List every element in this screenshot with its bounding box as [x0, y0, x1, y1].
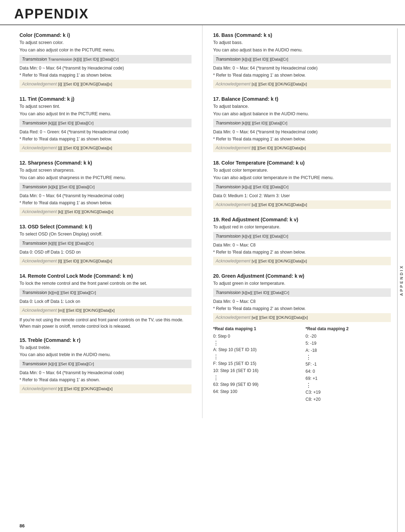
- section-19: 19. Red Adjustment (Command: k v) To adj…: [213, 217, 391, 265]
- section-18-data: Data 0: Medium 1: Cool 2: Warm 3: User: [213, 193, 391, 199]
- section-14-extra: If you're not using the remote control a…: [20, 317, 192, 329]
- section-20-note: * Refer to 'Real data mapping 2' as show…: [213, 305, 391, 312]
- section-18-ack: Acknowledgement [u][ ][Set ID][ ][OK/NG]…: [213, 200, 391, 209]
- section-17-data: Data Min: 0 ~ Max: 64 (*transmit by Hexa…: [213, 129, 391, 135]
- section-20: 20. Green Adjustment (Command: k w) To a…: [213, 273, 391, 403]
- section-16: 16. Bass (Command: k s) To adjust bass. …: [213, 32, 391, 88]
- section-10-desc2: You can also adjust color in the PICTURE…: [20, 47, 192, 54]
- section-16-desc1: To adjust bass.: [213, 39, 391, 46]
- left-column: Color (Command: k i) To adjust screen co…: [0, 25, 202, 418]
- section-15-transmission: Transmission [k][r][ ][Set ID][ ][Data][…: [20, 360, 192, 368]
- section-16-desc2: You can also adjust bass in the AUDIO me…: [213, 47, 391, 54]
- page-number: 86: [20, 523, 24, 528]
- section-18: 18. Color Temperature (Command: k u) To …: [213, 160, 391, 209]
- mapping-col2: *Real data mapping 2 0: -20 5: -19 A: -1…: [306, 326, 391, 404]
- section-20-ack: Acknowledgement [w][ ][Set ID][ ][OK/NG]…: [213, 313, 391, 322]
- section-10-title: Color (Command: k i): [20, 32, 192, 38]
- mapping-col1-title: *Real data mapping 1: [213, 326, 299, 332]
- page-title: APPENDIX: [14, 6, 89, 21]
- section-11-desc1: To adjust screen tint.: [20, 103, 192, 110]
- section-19-desc1: To adjust red in color temperature.: [213, 224, 391, 231]
- section-15-ack: Acknowledgement [r][ ][Set ID][ ][OK/NG]…: [20, 384, 192, 393]
- section-15-desc1: To adjust treble.: [20, 344, 192, 351]
- section-20-desc1: To adjust green in color temperature.: [213, 280, 391, 287]
- section-14-desc1: To lock the remote control and the front…: [20, 280, 192, 287]
- section-13-ack: Acknowledgement [l][ ][Set ID][ ][OK/NG]…: [20, 257, 192, 265]
- section-12-transmission: Transmission [k][k][ ][Set ID][ ][Data][…: [20, 183, 192, 191]
- mapping-col1: *Real data mapping 1 0: Step 0 ⋮ A: Step…: [213, 326, 299, 404]
- section-12-note: * Refer to 'Real data mapping 1' as show…: [20, 200, 192, 206]
- section-19-ack: Acknowledgement [v][ ][Set ID][ ][OK/NG]…: [213, 257, 391, 265]
- section-11-note: * Refer to 'Real data mapping 1' as show…: [20, 136, 192, 142]
- section-10-ack: Acknowledgement [i][ ][Set ID][ ][OK/NG]…: [20, 80, 192, 88]
- section-13-data: Data 0: OSD off Data 1: OSD on: [20, 249, 192, 255]
- section-15-desc2: You can also adjust treble in the AUDIO …: [20, 351, 192, 358]
- section-15: 15. Treble (Command: k r) To adjust treb…: [20, 337, 192, 393]
- section-18-transmission: Transmission [k][u][ ][Set ID][ ][Data][…: [213, 183, 391, 191]
- section-16-note: * Refer to 'Real data mapping 1' as show…: [213, 72, 391, 78]
- section-12-data: Data Min: 0 ~ Max: 64 (*transmit by Hexa…: [20, 193, 192, 199]
- section-11-transmission: Transmission [k][j][ ][Set ID][ ][Data][…: [20, 119, 192, 127]
- section-14-ack: Acknowledgement [m][ ][Set ID][ ][OK/NG]…: [20, 306, 192, 315]
- section-17-desc1: To adjust balance.: [213, 103, 391, 110]
- section-16-transmission: Transmission [k][s][ ][Set ID][ ][Data][…: [213, 55, 391, 63]
- section-17-note: * Refer to 'Real data mapping 1' as show…: [213, 136, 391, 142]
- section-12-desc2: You can also adjust sharpness in the PIC…: [20, 174, 192, 181]
- section-17: 17. Balance (Command: k t) To adjust bal…: [213, 96, 391, 152]
- section-13-desc1: To select OSD (On Screen Display) on/off…: [20, 231, 192, 238]
- section-11-ack: Acknowledgement [j][ ][Set ID][ ][OK/NG]…: [20, 144, 192, 152]
- section-19-transmission: Transmission [k][v][ ][Set ID][ ][Data][…: [213, 232, 391, 240]
- section-11: 11. Tint (Command: k j) To adjust screen…: [20, 96, 192, 152]
- section-17-desc2: You can also adjust balance in the AUDIO…: [213, 111, 391, 117]
- section-10-desc1: To adjust screen color.: [20, 39, 192, 46]
- right-column: 16. Bass (Command: k s) To adjust bass. …: [202, 25, 405, 418]
- section-14-transmission: Transmission [k][m][ ][Set ID][ ][Data][…: [20, 288, 192, 297]
- section-14: 14. Remote Control Lock Mode (Command: k…: [20, 273, 192, 329]
- section-10-transmission: Transmission Transmission [k][i][ ][Set …: [20, 55, 192, 63]
- page-header: APPENDIX: [0, 0, 405, 25]
- section-11-data: Data Red: 0 ~ Green: 64 (*transmit by He…: [20, 129, 192, 135]
- section-10: Color (Command: k i) To adjust screen co…: [20, 32, 192, 88]
- section-15-data: Data Min: 0 ~ Max: 64 (*transmit by Hexa…: [20, 370, 192, 376]
- section-20-data: Data Min: 0 ~ Max: C8: [213, 298, 391, 305]
- section-16-data: Data Min: 0 ~ Max: 64 (*transmit by Hexa…: [213, 65, 391, 71]
- section-10-note: * Refer to 'Real data mapping 1' as show…: [20, 72, 192, 78]
- section-19-data: Data Min: 0 ~ Max: C8: [213, 242, 391, 248]
- section-16-ack: Acknowledgement [s][ ][Set ID][ ][OK/NG]…: [213, 80, 391, 88]
- section-18-desc2: You can also adjust color temperature in…: [213, 174, 391, 181]
- section-18-desc1: To adjust color temperature.: [213, 167, 391, 174]
- mapping-col2-title: *Real data mapping 2: [306, 326, 391, 332]
- data-mapping-table: *Real data mapping 1 0: Step 0 ⋮ A: Step…: [213, 326, 391, 404]
- section-13-transmission: Transmission [k][l][ ][Set ID][ ][Data][…: [20, 239, 192, 248]
- section-14-data: Data 0: Lock off Data 1: Lock on: [20, 298, 192, 305]
- section-12-ack: Acknowledgement [k][ ][Set ID][ ][OK/NG]…: [20, 207, 192, 216]
- section-12-desc1: To adjust screen sharpness.: [20, 167, 192, 174]
- section-10-data: Data Min: 0 ~ Max: 64 (*transmit by Hexa…: [20, 65, 192, 71]
- section-12: 12. Sharpness (Command: k k) To adjust s…: [20, 160, 192, 216]
- section-17-transmission: Transmission [k][t][ ][Set ID][ ][Data][…: [213, 119, 391, 127]
- section-17-ack: Acknowledgement [t][ ][Set ID][ ][OK/NG]…: [213, 144, 391, 152]
- section-20-transmission: Transmission [k][w][ ][Set ID][ ][Data][…: [213, 288, 391, 297]
- section-13: 13. OSD Select (Command: k l) To select …: [20, 224, 192, 265]
- section-15-note: * Refer to 'Real data mapping 1' as show…: [20, 377, 192, 383]
- section-19-note: * Refer to 'Real data mapping 2' as show…: [213, 249, 391, 255]
- section-11-desc2: You can also adjust tint in the PICTURE …: [20, 111, 192, 117]
- sidebar-appendix-label: APPENDIX: [399, 265, 404, 296]
